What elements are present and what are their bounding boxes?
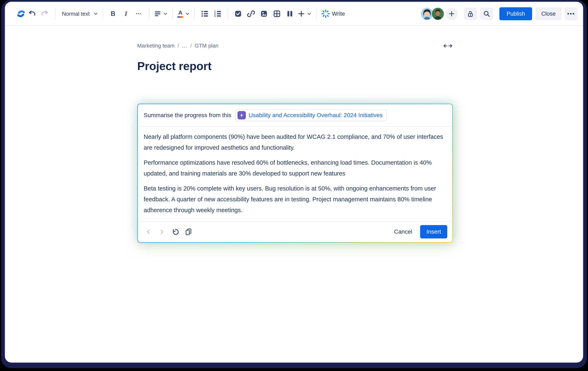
page-reference-chip[interactable]: Usability and Accessibility Overhaul: 20… — [235, 109, 387, 121]
insert-button[interactable]: Insert — [420, 225, 447, 238]
chevron-down-icon — [94, 11, 98, 16]
ai-sparkle-icon — [321, 9, 330, 18]
format-group: B I ••• — [108, 7, 144, 20]
breadcrumb: Marketing team / … / GTM plan — [137, 42, 219, 49]
breadcrumb-ellipsis[interactable]: … — [182, 42, 187, 49]
insert-group — [233, 7, 312, 20]
task-list-button[interactable] — [233, 7, 243, 20]
next-result-button[interactable] — [157, 227, 167, 237]
publish-button[interactable]: Publish — [499, 7, 532, 20]
undo-button[interactable] — [26, 7, 37, 20]
link-button[interactable] — [246, 7, 256, 20]
chevron-down-icon — [185, 11, 190, 16]
toolbar-divider — [228, 8, 228, 20]
more-actions-button[interactable]: ••• — [565, 7, 577, 20]
ai-response-body: Nearly all platform components (90%) hav… — [138, 127, 452, 221]
image-button[interactable] — [259, 7, 269, 20]
chevron-down-icon — [163, 11, 168, 16]
ai-response-paragraph: Nearly all platform components (90%) hav… — [144, 131, 446, 153]
text-style-label: Normal text — [60, 11, 92, 17]
redo-button[interactable] — [39, 7, 50, 20]
document-area: Marketing team / … / GTM plan Project re… — [5, 26, 453, 243]
toolbar-divider — [194, 8, 195, 20]
editor-window: Normal text B I ••• — [5, 2, 583, 362]
cancel-button[interactable]: Cancel — [388, 225, 418, 238]
chevron-down-icon — [307, 11, 312, 16]
breadcrumb-space[interactable]: Marketing team — [137, 42, 175, 49]
collaborator-avatar-1[interactable] — [421, 8, 433, 20]
avatar-2-image — [432, 8, 444, 20]
toolbar-divider — [103, 8, 103, 20]
text-color-dropdown[interactable]: A — [177, 7, 190, 20]
plus-icon — [448, 10, 455, 17]
breadcrumb-separator: / — [190, 42, 192, 49]
numbered-list-button[interactable]: 1 2 3 — [212, 7, 223, 20]
alignment-dropdown[interactable] — [154, 7, 168, 20]
table-button[interactable] — [272, 7, 282, 20]
more-formatting-icon: ••• — [136, 12, 142, 16]
toolbar-right-group: Publish Close ••• — [421, 7, 577, 20]
layouts-button[interactable] — [284, 7, 295, 20]
page-reference-label: Usability and Accessibility Overhaul: 20… — [249, 112, 383, 119]
invite-button[interactable] — [446, 8, 458, 20]
plus-icon — [297, 10, 305, 18]
breadcrumb-page[interactable]: GTM plan — [195, 42, 219, 49]
text-color-icon: A — [177, 10, 183, 18]
confluence-logo-icon[interactable] — [16, 7, 26, 20]
search-button[interactable] — [480, 8, 493, 20]
regenerate-button[interactable] — [170, 227, 180, 237]
task-checkbox-icon — [234, 10, 242, 18]
chevron-right-icon — [159, 229, 165, 235]
italic-glyph: I — [125, 10, 127, 18]
toolbar-divider — [55, 8, 55, 20]
ai-prompt-header: Summarise the progress from this Usabili… — [138, 104, 452, 127]
ai-footer-icons — [143, 227, 194, 237]
italic-button[interactable]: I — [121, 7, 131, 20]
copy-button[interactable] — [183, 227, 194, 237]
redo-icon — [41, 10, 49, 18]
ai-response-paragraph: Beta testing is 20% complete with key us… — [144, 183, 446, 216]
previous-result-button[interactable] — [143, 227, 154, 237]
collaborator-avatar-2[interactable] — [432, 8, 444, 20]
more-formatting-button[interactable]: ••• — [133, 7, 144, 20]
table-icon — [273, 10, 281, 18]
link-icon — [247, 10, 255, 18]
bold-glyph: B — [111, 10, 115, 18]
toolbar-divider — [172, 8, 173, 20]
search-icon — [483, 10, 490, 18]
bullet-list-icon — [200, 10, 209, 18]
breadcrumb-row: Marketing team / … / GTM plan — [137, 42, 453, 49]
unlock-button[interactable] — [464, 8, 477, 20]
ai-response-paragraph: Performance optimizations have resolved … — [144, 157, 446, 179]
bold-button[interactable]: B — [108, 7, 118, 20]
image-icon — [260, 10, 268, 18]
ai-panel-inner: Summarise the progress from this Usabili… — [138, 104, 452, 242]
columns-icon — [286, 10, 294, 18]
close-button[interactable]: Close — [536, 7, 562, 20]
ai-panel: Summarise the progress from this Usabili… — [137, 103, 453, 243]
lightning-icon — [239, 113, 244, 118]
write-label: Write — [332, 11, 345, 17]
copy-icon — [185, 228, 192, 236]
undo-icon — [28, 10, 36, 18]
unlock-icon — [467, 10, 474, 18]
svg-text:3: 3 — [214, 15, 216, 18]
ai-prompt-text: Summarise the progress from this — [144, 112, 231, 119]
toolbar-divider — [149, 8, 149, 20]
insert-more-dropdown[interactable] — [297, 7, 312, 20]
expand-width-icon — [443, 43, 453, 49]
retry-icon — [171, 228, 179, 236]
confluence-logo-glyph — [17, 9, 25, 18]
text-style-dropdown[interactable]: Normal text — [60, 7, 98, 20]
list-group: 1 2 3 — [199, 7, 223, 20]
ai-write-button[interactable]: Write — [321, 7, 345, 20]
avatar-1-image — [421, 8, 433, 20]
ai-footer: Cancel Insert — [138, 221, 452, 242]
page-title: Project report — [137, 59, 453, 73]
numbered-list-icon: 1 2 3 — [213, 10, 222, 18]
history-group — [26, 7, 50, 20]
align-left-icon — [154, 10, 161, 18]
rovo-agent-icon — [238, 111, 246, 119]
expand-width-button[interactable] — [443, 43, 453, 49]
bullet-list-button[interactable] — [199, 7, 210, 20]
